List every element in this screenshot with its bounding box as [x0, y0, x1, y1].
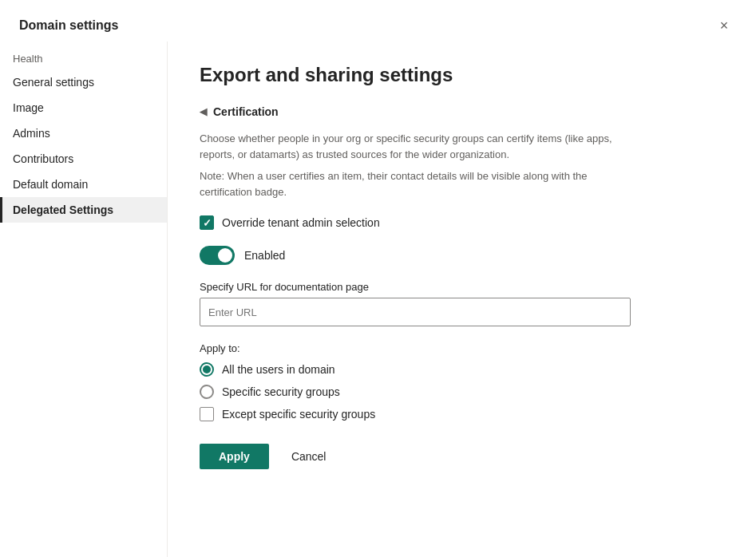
except-checkbox[interactable] — [200, 407, 214, 421]
dialog-title: Domain settings — [19, 18, 118, 33]
override-checkbox[interactable]: ✓ — [200, 215, 214, 230]
sidebar-item-default-domain[interactable]: Default domain — [0, 172, 167, 197]
dialog-body: Health General settings Image Admins Con… — [0, 41, 756, 557]
close-button[interactable]: × — [711, 13, 737, 38]
button-row: Apply Cancel — [200, 444, 724, 469]
sidebar-section-health: Health — [0, 48, 167, 69]
url-field-label: Specify URL for documentation page — [200, 281, 724, 293]
except-checkbox-label: Except specific security groups — [222, 408, 375, 421]
sidebar-item-label: Default domain — [13, 178, 88, 191]
cancel-button[interactable]: Cancel — [279, 444, 339, 469]
sidebar-item-label: Delegated Settings — [13, 203, 113, 216]
toggle-knob — [218, 248, 232, 263]
radio-specific-groups-row: Specific security groups — [200, 385, 724, 399]
certification-section: ◀ Certification Choose whether people in… — [200, 105, 724, 469]
chevron-left-icon: ◀ — [200, 106, 207, 117]
certification-label: ◀ Certification — [200, 105, 724, 118]
description-text-1: Choose whether people in your org or spe… — [200, 131, 631, 162]
sidebar-item-admins[interactable]: Admins — [0, 120, 167, 146]
main-content: Export and sharing settings ◀ Certificat… — [168, 41, 756, 557]
sidebar-item-delegated-settings[interactable]: Delegated Settings — [0, 197, 167, 223]
url-input[interactable] — [200, 298, 631, 326]
apply-to-label: Apply to: — [200, 342, 724, 354]
radio-all-users-label: All the users in domain — [222, 363, 335, 376]
override-checkbox-row: ✓ Override tenant admin selection — [200, 215, 724, 230]
radio-specific-groups[interactable] — [200, 385, 214, 399]
domain-settings-dialog: Domain settings × Health General setting… — [0, 0, 756, 557]
sidebar-item-label: General settings — [13, 76, 94, 89]
sidebar-item-label: Admins — [13, 127, 50, 140]
except-checkbox-row: Except specific security groups — [200, 407, 724, 421]
radio-inner-dot — [203, 365, 211, 373]
radio-all-users-row: All the users in domain — [200, 362, 724, 377]
enabled-toggle[interactable] — [200, 246, 235, 265]
page-title: Export and sharing settings — [200, 64, 724, 86]
sidebar-item-general-settings[interactable]: General settings — [0, 69, 167, 95]
enabled-toggle-row: Enabled — [200, 246, 724, 265]
sidebar-item-label: Image — [13, 101, 44, 114]
note-text: Note: When a user certifies an item, the… — [200, 168, 631, 199]
apply-button[interactable]: Apply — [200, 444, 269, 469]
toggle-label: Enabled — [244, 249, 285, 262]
dialog-header: Domain settings × — [0, 0, 756, 41]
override-checkbox-label: Override tenant admin selection — [222, 216, 380, 229]
checkmark-icon: ✓ — [203, 218, 212, 228]
sidebar-item-contributors[interactable]: Contributors — [0, 146, 167, 172]
sidebar: Health General settings Image Admins Con… — [0, 41, 168, 557]
certification-title: Certification — [213, 105, 279, 118]
radio-all-users[interactable] — [200, 362, 214, 377]
sidebar-item-label: Contributors — [13, 152, 73, 165]
radio-specific-groups-label: Specific security groups — [222, 385, 340, 398]
sidebar-item-image[interactable]: Image — [0, 95, 167, 120]
